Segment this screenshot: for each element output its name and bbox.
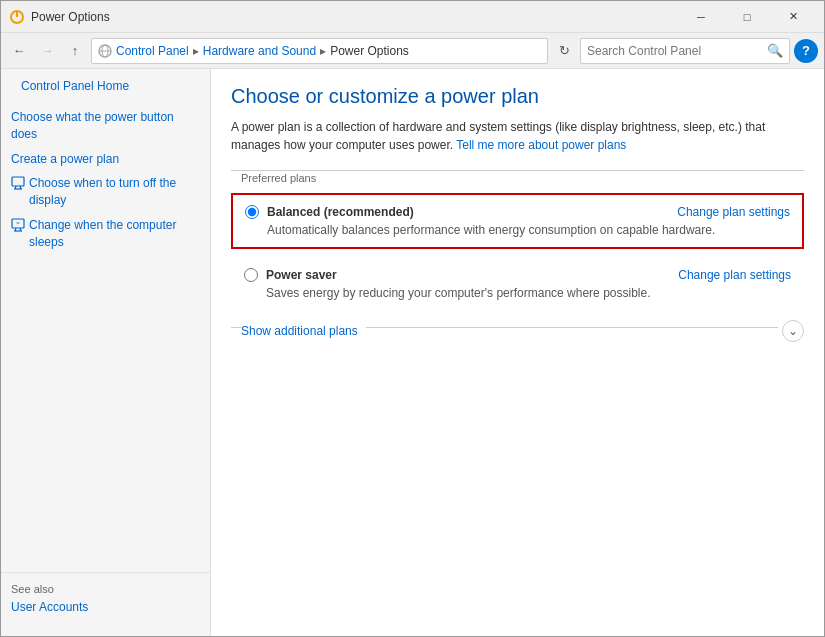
show-additional-section: Show additional plans ⌄ [231,327,804,342]
see-also-label: See also [11,583,200,595]
sidebar-control-panel-home[interactable]: Control Panel Home [11,79,200,93]
breadcrumb-current: Power Options [330,44,409,58]
up-button[interactable]: ↑ [63,39,87,63]
balanced-plan-name: Balanced (recommended) [267,205,414,219]
user-accounts-link[interactable]: User Accounts [11,599,200,616]
show-additional-chevron: ⌄ [778,320,804,342]
create-plan-link[interactable]: Create a power plan [11,151,200,168]
refresh-button[interactable]: ↻ [552,39,576,63]
title-bar: Power Options ─ □ ✕ [1,1,824,33]
power-button-link-text: Choose what the power button does [11,109,200,143]
sidebar-item-turn-off-display: Choose when to turn off the display [11,175,200,209]
balanced-change-link[interactable]: Change plan settings [677,205,790,219]
power-saver-plan: Power saver Change plan settings Saves e… [231,257,804,311]
window-title: Power Options [31,10,678,24]
balanced-radio[interactable] [245,205,259,219]
balanced-plan-desc: Automatically balances performance with … [245,223,790,237]
computer-sleeps-link-text: Change when the computer sleeps [29,217,200,251]
sidebar-item-computer-sleeps: Change when the computer sleeps [11,217,200,251]
address-bar: ← → ↑ Control Panel ▸ Hardware and Sound… [1,33,824,69]
minimize-button[interactable]: ─ [678,1,724,33]
breadcrumb-sep-2: ▸ [320,44,326,58]
power-saver-plan-name: Power saver [266,268,337,282]
breadcrumb-hardware-sound[interactable]: Hardware and Sound [203,44,316,58]
turn-off-display-link[interactable]: Choose when to turn off the display [11,175,200,209]
computer-sleeps-link[interactable]: Change when the computer sleeps [11,217,200,251]
back-button[interactable]: ← [7,39,31,63]
forward-button[interactable]: → [35,39,59,63]
content-description: A power plan is a collection of hardware… [231,118,804,154]
power-button-link[interactable]: Choose what the power button does [11,109,200,143]
power-saver-radio[interactable] [244,268,258,282]
monitor-icon [11,176,25,195]
balanced-plan: Balanced (recommended) Change plan setti… [231,193,804,249]
turn-off-display-link-text: Choose when to turn off the display [29,175,200,209]
window-controls: ─ □ ✕ [678,1,816,33]
sidebar-item-power-button: Choose what the power button does [11,109,200,143]
breadcrumb-sep-1: ▸ [193,44,199,58]
create-plan-link-text: Create a power plan [11,151,119,168]
help-button[interactable]: ? [794,39,818,63]
app-icon [9,9,25,25]
power-saver-name-row: Power saver [244,268,337,282]
balanced-plan-header: Balanced (recommended) Change plan setti… [245,205,790,219]
breadcrumb: Control Panel ▸ Hardware and Sound ▸ Pow… [91,38,548,64]
tell-more-link[interactable]: Tell me more about power plans [456,138,626,152]
breadcrumb-control-panel[interactable]: Control Panel [116,44,189,58]
expand-button[interactable]: ⌄ [782,320,804,342]
main-window: Power Options ─ □ ✕ ← → ↑ Control Panel … [0,0,825,637]
sidebar-bottom: See also User Accounts [1,572,210,626]
sidebar-item-create-plan: Create a power plan [11,151,200,168]
search-input[interactable] [587,44,767,58]
sidebar: Control Panel Home Choose what the power… [1,69,211,636]
page-title: Choose or customize a power plan [231,85,804,108]
sleep-icon [11,218,25,237]
content-area: Choose or customize a power plan A power… [211,69,824,636]
search-icon: 🔍 [767,43,783,58]
show-additional-link[interactable]: Show additional plans [241,324,366,338]
preferred-plans-label: Preferred plans [241,172,324,184]
svg-rect-5 [12,177,24,186]
user-accounts-link-text: User Accounts [11,599,88,616]
maximize-button[interactable]: □ [724,1,770,33]
main-layout: Control Panel Home Choose what the power… [1,69,824,636]
power-saver-plan-header: Power saver Change plan settings [244,268,791,282]
preferred-plans-section: Preferred plans Balanced (recommended) C… [231,170,804,311]
sidebar-nav: Control Panel Home Choose what the power… [1,79,210,572]
balanced-name-row: Balanced (recommended) [245,205,414,219]
power-saver-plan-desc: Saves energy by reducing your computer's… [244,286,791,300]
close-button[interactable]: ✕ [770,1,816,33]
power-saver-change-link[interactable]: Change plan settings [678,268,791,282]
search-box: 🔍 [580,38,790,64]
